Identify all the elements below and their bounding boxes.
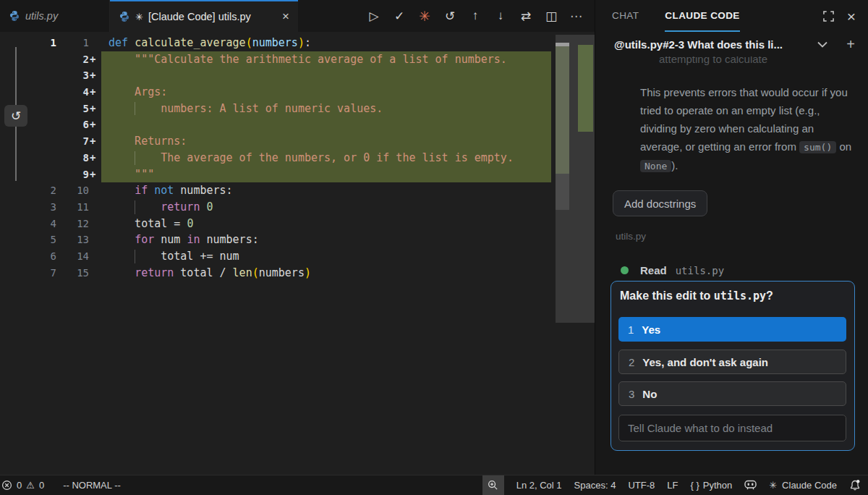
errors-icon [1, 480, 12, 491]
code-line[interactable]: 7+ Returns: [33, 133, 595, 150]
errors-count: 0 [17, 480, 22, 491]
panel-header-icons: × [823, 0, 868, 32]
gutter-added-marker: + [89, 150, 99, 166]
gutter-new-line-number: 8 [56, 150, 89, 166]
eol-sequence[interactable]: LF [667, 480, 678, 491]
gutter-old-line-number [33, 51, 56, 68]
gutter-old-line-number [33, 67, 56, 84]
revert-diff-button[interactable]: ↺ [4, 105, 27, 127]
status-bar: 0 ⚠ 0 -- NORMAL -- Ln 2, Col 1 Spaces: 4… [0, 475, 868, 495]
code-text: Returns: [99, 133, 187, 150]
code-text: return 0 [99, 199, 213, 216]
code-line[interactable]: 412 total = 0 [33, 216, 595, 232]
editor-column: utils.py ✳ [Claude Code] utils.py × ▷ ✓ … [0, 0, 595, 475]
minimap-added-region [578, 45, 593, 132]
tab-utils-py[interactable]: utils.py [0, 0, 110, 32]
vim-mode-indicator: -- NORMAL -- [63, 480, 121, 491]
add-docstrings-button[interactable]: Add docstrings [613, 190, 707, 216]
code-line[interactable]: 5+ numbers: A list of numeric values. [33, 101, 595, 117]
close-tab-icon[interactable]: × [282, 9, 289, 24]
code-line[interactable]: 210 if not numbers: [33, 182, 595, 199]
code-line[interactable]: 715 return total / len(numbers) [33, 265, 595, 282]
main-row: utils.py ✳ [Claude Code] utils.py × ▷ ✓ … [0, 0, 868, 475]
option-yes-button[interactable]: 1 Yes [618, 317, 846, 342]
code-text: The average of the numbers, or 0 if the … [99, 150, 514, 166]
code-line[interactable]: 614 total += num [33, 248, 595, 265]
tab-claude-code[interactable]: CLAUDE CODE [665, 0, 739, 32]
language-mode[interactable]: { } Python [690, 480, 732, 491]
encoding[interactable]: UTF-8 [628, 480, 655, 491]
notifications-bell-icon[interactable] [849, 479, 861, 491]
editor-toolbar: ▷ ✓ ✳ ↺ ↑ ↓ ⇄ ◫ ⋯ [367, 0, 595, 32]
arrow-down-button[interactable]: ↓ [494, 9, 507, 23]
code-text: def calculate_average(numbers): [99, 35, 311, 51]
code-lines: 11def calculate_average(numbers):2+ """C… [33, 35, 595, 281]
gutter-old-line-number: 4 [33, 216, 56, 232]
claude-spark-button[interactable]: ✳ [418, 8, 431, 25]
gutter-old-line-number: 5 [33, 232, 56, 248]
edit-confirmation-dialog: Make this edit to utils.py? 1 Yes 2 Yes,… [610, 281, 855, 451]
split-editor-button[interactable]: ◫ [545, 9, 558, 24]
option-no-button[interactable]: 3 No [618, 381, 846, 406]
gutter-old-line-number: 7 [33, 265, 56, 282]
thread-selector[interactable]: @utils.py#2-3 What does this li... + [595, 32, 868, 56]
panel-tab-bar: CHAT CLAUDE CODE × [595, 0, 868, 32]
compare-changes-button[interactable]: ⇄ [519, 9, 532, 24]
code-text: """Calculate the arithmetic average of a… [99, 51, 507, 68]
vscode-window: utils.py ✳ [Claude Code] utils.py × ▷ ✓ … [0, 0, 868, 495]
tab-chat[interactable]: CHAT [612, 0, 639, 32]
more-actions-button[interactable]: ⋯ [570, 9, 583, 24]
scrollbar-thumb-lower[interactable] [556, 174, 569, 210]
dialog-title: Make this edit to utils.py? [620, 289, 773, 302]
undo-button[interactable]: ↺ [443, 9, 456, 24]
assistant-message: This prevents errors that would occur if… [640, 83, 853, 175]
gutter-added-marker [89, 199, 99, 216]
code-line[interactable]: 9+ """ [33, 166, 595, 183]
status-bar-right: Ln 2, Col 1 Spaces: 4 UTF-8 LF { } Pytho… [482, 475, 868, 495]
claude-spark-icon: ✳ [769, 480, 777, 491]
gutter-old-line-number: 1 [33, 35, 56, 51]
code-line[interactable]: 6+ [33, 117, 595, 133]
gutter-new-line-number: 7 [56, 133, 89, 150]
gutter-old-line-number: 6 [33, 248, 56, 265]
gutter-new-line-number: 2 [56, 51, 89, 68]
minimap[interactable] [556, 35, 595, 323]
chevron-down-icon[interactable] [817, 41, 827, 48]
maximize-icon[interactable] [823, 11, 834, 22]
check-button[interactable]: ✓ [393, 9, 406, 24]
tab-label: utils.py [25, 10, 58, 22]
read-action-label: Read [640, 264, 667, 276]
new-thread-button[interactable]: + [846, 36, 855, 53]
gutter-new-line-number: 13 [56, 232, 89, 248]
code-line[interactable]: 2+ """Calculate the arithmetic average o… [33, 51, 595, 68]
claude-code-status[interactable]: ✳ Claude Code [769, 480, 837, 491]
code-line[interactable]: 8+ The average of the numbers, or 0 if t… [33, 150, 595, 166]
code-text: return total / len(numbers) [99, 265, 311, 282]
close-panel-icon[interactable]: × [847, 9, 856, 24]
gutter-added-marker: + [89, 133, 99, 150]
option-yes-dont-ask-button[interactable]: 2 Yes, and don't ask again [618, 350, 846, 374]
cursor-position[interactable]: Ln 2, Col 1 [516, 480, 562, 491]
arrow-up-button[interactable]: ↑ [469, 9, 482, 23]
scrollbar-thumb[interactable] [556, 46, 569, 174]
problems-indicator[interactable]: 0 ⚠ 0 [0, 480, 44, 491]
code-line[interactable]: 311 return 0 [33, 199, 595, 216]
zoom-indicator[interactable] [482, 475, 504, 495]
indentation[interactable]: Spaces: 4 [574, 480, 616, 491]
run-button[interactable]: ▷ [367, 9, 380, 24]
gutter-added-marker [89, 35, 99, 51]
code-line[interactable]: 3+ [33, 67, 595, 84]
gutter-added-marker: + [89, 67, 99, 84]
code-text: total += num [99, 248, 239, 265]
tab-claude-code-utils-py[interactable]: ✳ [Claude Code] utils.py × [110, 0, 298, 32]
python-icon [119, 11, 130, 22]
code-line[interactable]: 11def calculate_average(numbers): [33, 35, 595, 51]
code-line[interactable]: 513 for num in numbers: [33, 232, 595, 248]
copilot-icon[interactable] [744, 480, 757, 491]
gutter-new-line-number: 14 [56, 248, 89, 265]
tell-claude-input[interactable] [618, 415, 846, 441]
gutter-old-line-number: 3 [33, 199, 56, 216]
scrolled-text: attempting to calculate [659, 56, 854, 69]
code-editor[interactable]: ↺ 11def calculate_average(numbers):2+ ""… [0, 32, 595, 475]
code-line[interactable]: 4+ Args: [33, 84, 595, 101]
